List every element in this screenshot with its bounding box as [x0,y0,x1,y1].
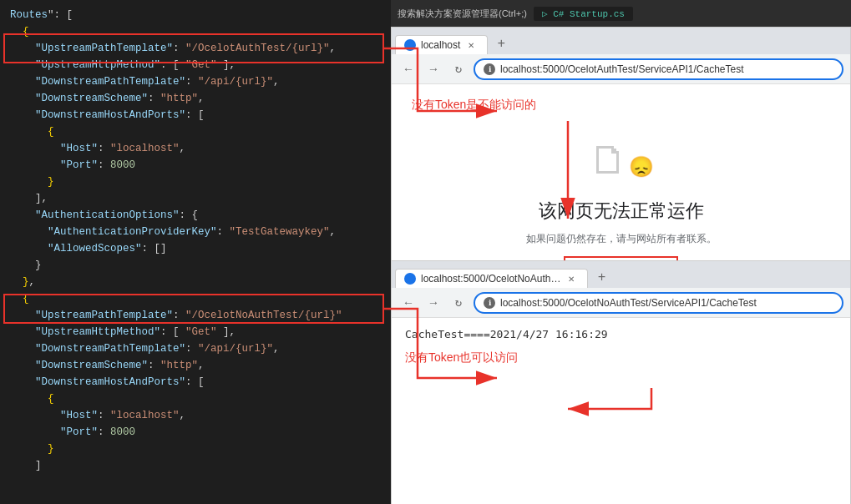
browser-tabs-1: localhost ✕ + [392,28,850,54]
url-security-icon-1: ℹ [484,63,495,75]
browser-tab-label-1: localhost [421,39,460,51]
url-text-2: localhost:5000/OcelotNoAuthTest/ServiceA… [500,297,757,309]
vs-file-tab-label: ▷ C# Startup.cs [542,8,625,19]
forward-button-2[interactable]: → [423,293,443,313]
browser-tab-label-2: localhost:5000/OcelotNoAuth… [421,273,560,285]
browser-favicon-2 [404,273,416,285]
browser-toolbar-1: ← → ↻ ℹ localhost:5000/OcelotAuthTest/Se… [392,54,850,84]
can-visit-message: 没有Token也可以访问 [405,350,837,365]
url-security-icon-2: ℹ [484,297,495,309]
forward-button-1[interactable]: → [423,59,443,79]
tab-close-2[interactable]: ✕ [565,273,577,285]
error-icon-1: 🗋😞 [589,138,654,185]
url-bar-2[interactable]: ℹ localhost:5000/OcelotNoAuthTest/Servic… [474,292,843,314]
code-content: Routes": [ { "UpstreamPathTemplate": "/O… [0,0,391,481]
browser-window-2: localhost:5000/OcelotNoAuth… ✕ + ← → ↻ ℹ… [391,260,851,504]
browser-favicon-1 [404,39,416,51]
code-editor: Routes": [ { "UpstreamPathTemplate": "/O… [0,0,391,504]
back-button-1[interactable]: ← [398,59,418,79]
vs-top-bar: 搜索解决方案资源管理器(Ctrl+;) ▷ C# Startup.cs [391,0,851,27]
browser-content-1: 没有Token是不能访问的 🗋😞 该网页无法正常运作 如果问题仍然存在，请与网站… [392,84,850,261]
no-token-message-1: 没有Token是不能访问的 [412,98,830,113]
tab-close-1[interactable]: ✕ [465,39,477,51]
vs-file-tab[interactable]: ▷ C# Startup.cs [534,7,633,21]
tab-new-2[interactable]: + [590,268,613,288]
url-bar-1[interactable]: ℹ localhost:5000/OcelotAuthTest/ServiceA… [474,58,843,80]
vs-search-label: 搜索解决方案资源管理器(Ctrl+;) [398,8,527,20]
url-text-1: localhost:5000/OcelotAuthTest/ServiceAPI… [500,63,744,75]
refresh-button-1[interactable]: ↻ [448,59,469,79]
refresh-button-2[interactable]: ↻ [448,293,469,313]
browser-tab-1[interactable]: localhost ✕ [395,35,488,54]
browser-window-1: localhost ✕ + ← → ↻ ℹ localhost:5000/Oce… [391,27,851,260]
browser-toolbar-2: ← → ↻ ℹ localhost:5000/OcelotNoAuthTest/… [392,288,850,318]
cache-test-output: CacheTest====2021/4/27 16:16:29 [405,328,837,340]
error-title-1: 该网页无法正常运作 [539,199,704,224]
browser-content-2: CacheTest====2021/4/27 16:16:29 没有Token也… [392,318,850,504]
browser-tabs-2: localhost:5000/OcelotNoAuth… ✕ + [392,261,850,288]
back-button-2[interactable]: ← [398,293,418,313]
browser-tab-2[interactable]: localhost:5000/OcelotNoAuth… ✕ [395,269,588,288]
tab-new-1[interactable]: + [489,34,513,54]
error-subtitle-1: 如果问题仍然存在，请与网站所有者联系。 [526,232,717,246]
right-panel: 搜索解决方案资源管理器(Ctrl+;) ▷ C# Startup.cs loca… [391,0,851,504]
